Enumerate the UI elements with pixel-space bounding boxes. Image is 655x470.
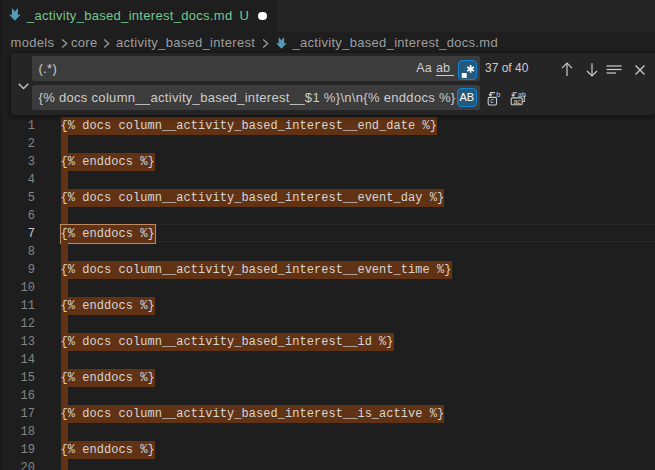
svg-text:ac: ac	[513, 97, 521, 104]
svg-text:b: b	[496, 91, 500, 99]
svg-text:ab: ab	[518, 91, 526, 98]
svg-text:c: c	[490, 97, 494, 104]
